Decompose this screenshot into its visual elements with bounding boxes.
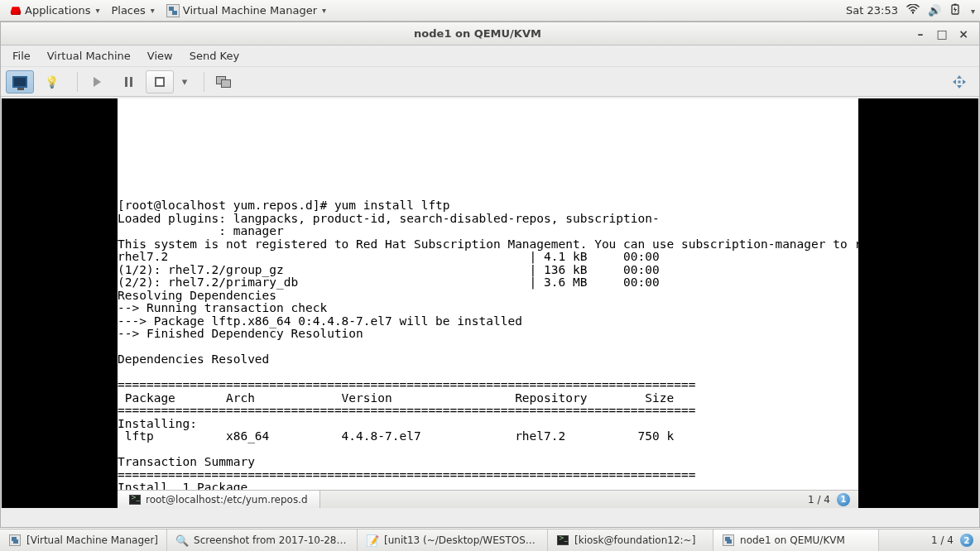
menubar: File Virtual Machine View Send Key — [1, 46, 979, 67]
snapshot-button[interactable] — [209, 70, 238, 93]
host-notification-badge[interactable]: 2 — [960, 534, 973, 547]
menu-view[interactable]: View — [141, 47, 180, 65]
host-workspace-indicator[interactable]: 1 / 4 — [931, 534, 954, 546]
shutdown-button[interactable] — [146, 70, 174, 93]
task-screenshot[interactable]: 🔍 Screenshot from 2017-10-28 ... — [167, 529, 358, 551]
places-menu[interactable]: Places — [106, 2, 159, 18]
places-label: Places — [111, 4, 145, 17]
vm-window-title: node1 on QEMU/KVM — [50, 27, 905, 40]
guest-notification-badge[interactable]: 1 — [837, 493, 850, 506]
vmm-icon — [8, 534, 22, 547]
stop-icon — [155, 77, 165, 87]
vmm-icon — [166, 4, 180, 17]
menu-virtual-machine[interactable]: Virtual Machine — [41, 47, 137, 65]
wifi-icon[interactable] — [906, 4, 920, 17]
task-label: Screenshot from 2017-10-28 ... — [194, 534, 348, 546]
user-menu[interactable] — [969, 4, 975, 17]
run-button[interactable] — [83, 70, 111, 93]
task-label: node1 on QEMU/KVM — [740, 534, 845, 546]
task-label: [unit13 (~/Desktop/WESTOS_O... — [384, 534, 539, 546]
close-button[interactable]: × — [958, 28, 969, 40]
vm-display[interactable]: [root@localhost yum.repos.d]# yum instal… — [2, 98, 978, 508]
bulb-icon — [45, 75, 59, 89]
toolbar: ▾ — [1, 67, 979, 97]
applications-label: Applications — [25, 4, 90, 17]
play-icon — [94, 77, 101, 87]
separator — [77, 72, 78, 92]
console-button[interactable] — [6, 70, 34, 93]
menu-file[interactable]: File — [6, 47, 37, 65]
task-gedit[interactable]: 📝 [unit13 (~/Desktop/WESTOS_O... — [358, 529, 548, 551]
vm-titlebar[interactable]: node1 on QEMU/KVM – □ × — [1, 22, 979, 46]
terminal-output: [root@localhost yum.repos.d]# yum instal… — [118, 199, 858, 490]
pause-icon — [125, 77, 132, 87]
guest-workspace-indicator[interactable]: 1 / 4 — [808, 494, 830, 505]
maximize-button[interactable]: □ — [936, 28, 948, 40]
vm-window: node1 on QEMU/KVM – □ × File Virtual Mac… — [0, 22, 980, 528]
svg-point-0 — [912, 12, 914, 13]
active-app-menu[interactable]: Virtual Machine Manager — [161, 2, 331, 19]
task-vm-viewer[interactable]: node1 on QEMU/KVM — [713, 529, 879, 551]
vmm-icon — [722, 534, 735, 547]
fullscreen-button[interactable] — [949, 72, 969, 92]
image-viewer-icon: 🔍 — [175, 534, 189, 547]
pause-button[interactable] — [114, 70, 142, 93]
gnome-top-panel: Applications Places Virtual Machine Mana… — [0, 0, 980, 22]
screens-icon — [216, 76, 231, 88]
task-label: [Virtual Machine Manager] — [26, 534, 158, 546]
active-app-label: Virtual Machine Manager — [183, 4, 317, 17]
info-button[interactable] — [37, 70, 65, 93]
guest-panel: root@localhost:/etc/yum.repos.d 1 / 4 1 — [118, 490, 858, 508]
svg-rect-2 — [954, 4, 956, 6]
monitor-icon — [12, 76, 27, 88]
task-label: [kiosk@foundation12:~] — [574, 534, 695, 546]
task-vmm[interactable]: [Virtual Machine Manager] — [0, 529, 167, 551]
guest-tab-label: root@localhost:/etc/yum.repos.d — [146, 494, 308, 505]
gedit-icon: 📝 — [366, 534, 379, 547]
menu-send-key[interactable]: Send Key — [183, 47, 246, 65]
clock[interactable]: Sat 23:53 — [846, 4, 898, 17]
terminal-icon — [129, 495, 141, 505]
applications-menu[interactable]: Applications — [5, 2, 104, 18]
shutdown-menu-button[interactable]: ▾ — [177, 70, 192, 93]
task-terminal[interactable]: [kiosk@foundation12:~] — [548, 529, 713, 551]
guest-terminal-tab[interactable]: root@localhost:/etc/yum.repos.d — [118, 491, 320, 508]
guest-terminal[interactable]: [root@localhost yum.repos.d]# yum instal… — [118, 98, 858, 490]
minimize-button[interactable]: – — [915, 28, 926, 40]
separator — [204, 72, 204, 92]
svg-rect-3 — [958, 80, 961, 83]
terminal-icon — [556, 534, 569, 547]
volume-icon[interactable]: 🔊 — [928, 4, 941, 17]
battery-icon[interactable] — [949, 3, 961, 17]
host-taskbar: [Virtual Machine Manager] 🔍 Screenshot f… — [0, 529, 980, 551]
redhat-icon — [10, 5, 22, 17]
